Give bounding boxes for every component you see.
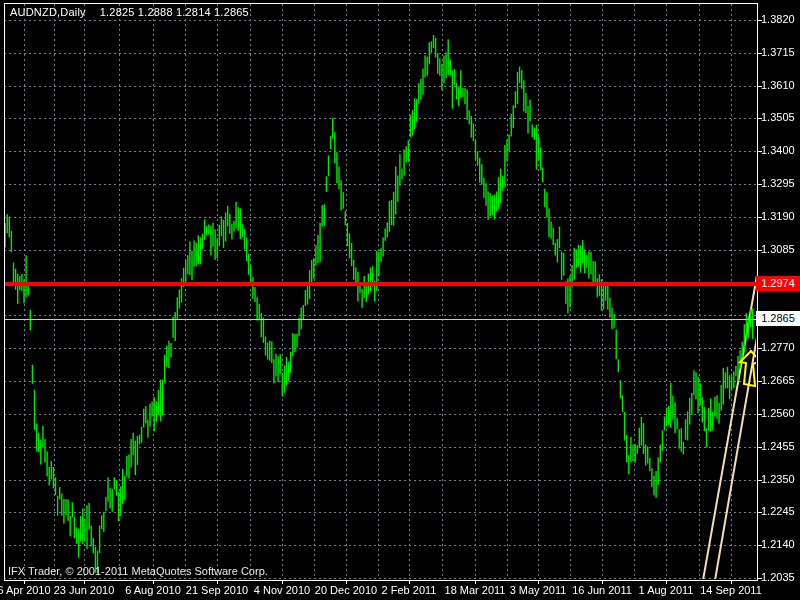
price-tick-label: 1.3820 (761, 13, 799, 26)
ohlc-values: 1.2825 1.2888 1.2814 1.2865 (100, 6, 249, 18)
bid-price-tag: 1.2865 (756, 311, 800, 326)
platform-watermark: IFX Trader, © 2001-2011 MetaQuotes Softw… (8, 565, 268, 578)
price-tick-label: 1.2770 (761, 341, 799, 354)
price-tick-label: 1.2455 (761, 440, 799, 453)
date-tick-label: 14 Sep 2011 (700, 584, 762, 597)
price-tick-label: 1.2140 (761, 538, 799, 551)
symbol-period-label: AUDNZD,Daily (10, 6, 86, 18)
price-tick-label: 1.3505 (761, 111, 799, 124)
date-tick-label: 2 Feb 2011 (382, 584, 437, 597)
price-tick-label: 1.3400 (761, 144, 799, 157)
date-tick-label: 3 May 2011 (510, 584, 567, 597)
price-tick-label: 1.3190 (761, 210, 799, 223)
price-tick-label: 1.2665 (761, 374, 799, 387)
price-tick-label: 1.2560 (761, 407, 799, 420)
date-tick-label: 1 Aug 2011 (639, 584, 694, 597)
price-tick-label: 1.2245 (761, 505, 799, 518)
price-tick-label: 1.2350 (761, 473, 799, 486)
date-tick-label: 6 Apr 2010 (0, 584, 51, 597)
date-tick-label: 6 Aug 2010 (125, 584, 181, 597)
price-tick-label: 1.3085 (761, 243, 799, 256)
price-tick-label: 1.3610 (761, 79, 799, 92)
date-tick-label: 18 Mar 2011 (445, 584, 506, 597)
date-tick-label: 20 Dec 2010 (315, 584, 377, 597)
date-tick-label: 21 Sep 2010 (186, 584, 248, 597)
chart-title: AUDNZD,Daily1.2825 1.2888 1.2814 1.2865 (10, 6, 249, 19)
price-tick-label: 1.3715 (761, 46, 799, 59)
hline-price-tag[interactable]: 1.2974 (756, 276, 800, 291)
terminal-chart-window: AUDNZD,Daily1.2825 1.2888 1.2814 1.2865 … (0, 0, 800, 600)
price-tick-label: 1.2035 (761, 571, 799, 584)
price-tick-label: 1.3295 (761, 177, 799, 190)
date-tick-label: 16 Jun 2011 (572, 584, 632, 597)
date-tick-label: 4 Nov 2010 (254, 584, 310, 597)
price-chart-canvas[interactable] (0, 0, 800, 600)
date-tick-label: 23 Jun 2010 (54, 584, 115, 597)
